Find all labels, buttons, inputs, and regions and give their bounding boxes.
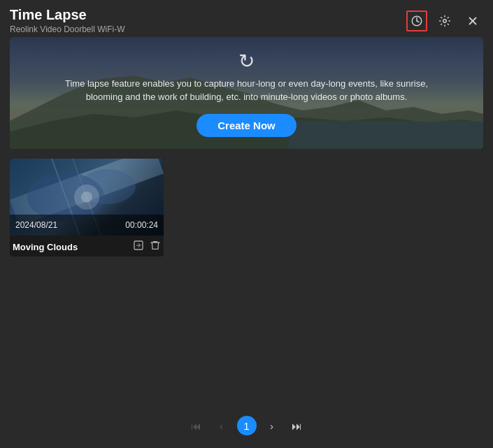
- clip-delete-icon[interactable]: [150, 240, 161, 254]
- clip-meta: Moving Clouds: [10, 236, 164, 256]
- svg-point-1: [443, 19, 447, 22]
- svg-point-8: [81, 192, 92, 203]
- content-area: 2024/08/21 00:00:24 Moving Clouds: [0, 149, 493, 256]
- clip-thumbnail[interactable]: 2024/08/21 00:00:24: [10, 159, 164, 236]
- header: Time Lapse Reolink Video Doorbell WiFi-W: [0, 0, 493, 37]
- trash-icon: [150, 240, 161, 251]
- header-left: Time Lapse Reolink Video Doorbell WiFi-W: [10, 7, 125, 34]
- hero-banner: ↻ Time lapse feature enables you to capt…: [10, 37, 483, 149]
- close-button[interactable]: [462, 10, 483, 31]
- gear-icon: [438, 15, 451, 27]
- clip-actions: [133, 240, 161, 254]
- page-title: Time Lapse: [10, 7, 125, 23]
- hero-spinner-icon: ↻: [238, 50, 255, 73]
- timelapse-icon-button[interactable]: [406, 10, 427, 31]
- clip-overlay-bar: 2024/08/21 00:00:24: [10, 215, 164, 236]
- header-icons: [406, 10, 483, 31]
- last-page-button[interactable]: ⏭: [287, 416, 307, 435]
- page-number-1[interactable]: 1: [237, 416, 257, 435]
- prev-page-button[interactable]: ‹: [212, 416, 231, 435]
- hero-description: Time lapse feature enables you to captur…: [51, 77, 443, 104]
- settings-button[interactable]: [434, 10, 455, 31]
- device-subtitle: Reolink Video Doorbell WiFi-W: [10, 24, 125, 34]
- first-page-button[interactable]: ⏮: [187, 416, 206, 435]
- clip-date: 2024/08/21: [15, 220, 57, 230]
- create-now-button[interactable]: Create Now: [197, 114, 296, 137]
- clip-card: 2024/08/21 00:00:24 Moving Clouds: [10, 159, 164, 256]
- hero-overlay: ↻ Time lapse feature enables you to capt…: [10, 37, 483, 149]
- close-icon: [466, 15, 479, 27]
- clip-export-icon[interactable]: [133, 240, 144, 254]
- clip-title: Moving Clouds: [13, 242, 78, 252]
- export-icon: [133, 240, 144, 251]
- timelapse-icon: [410, 15, 423, 27]
- pagination: ⏮ ‹ 1 › ⏭: [187, 416, 307, 435]
- clip-duration: 00:00:24: [125, 220, 158, 230]
- next-page-button[interactable]: ›: [262, 416, 282, 435]
